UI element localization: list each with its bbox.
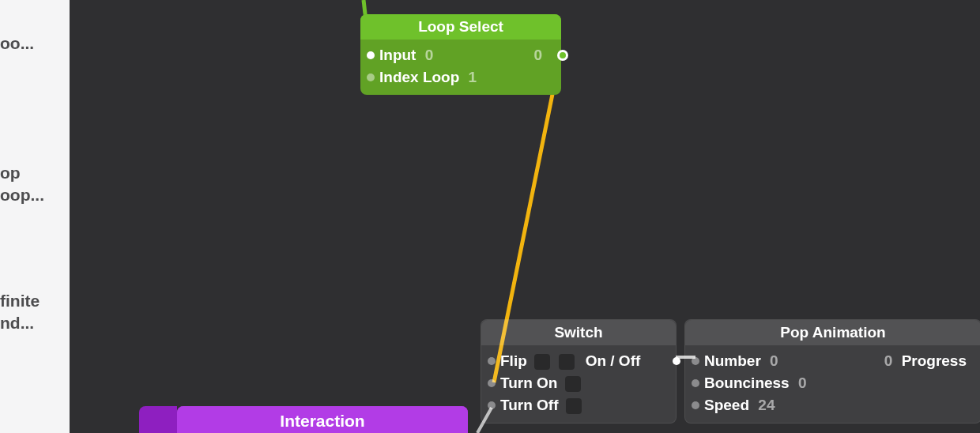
value-checkbox[interactable] <box>565 376 581 392</box>
port-value[interactable]: 0 <box>770 352 778 369</box>
value-checkbox[interactable] <box>534 354 550 370</box>
node-side-tab[interactable] <box>139 406 177 433</box>
node-interaction[interactable]: Interaction <box>177 406 468 433</box>
node-loop-select[interactable]: Loop Select Input 0 0 Index Loop 1 <box>360 14 561 95</box>
port-in-icon[interactable] <box>367 73 375 81</box>
port-in-icon[interactable] <box>692 357 699 365</box>
port-label: Bounciness <box>704 375 790 391</box>
node-title: Loop Select <box>360 14 561 40</box>
port-label: Speed <box>704 397 749 413</box>
port-label: On / Off <box>586 352 641 369</box>
node-title: Interaction <box>177 406 468 433</box>
node-switch[interactable]: Switch Flip On / Off Turn On Turn Off <box>481 319 677 424</box>
port-in-icon[interactable] <box>488 357 496 365</box>
value-checkbox[interactable] <box>559 354 575 370</box>
port-in-icon[interactable] <box>692 401 699 409</box>
port-value[interactable]: 0 <box>798 375 807 391</box>
sidebar-item[interactable]: oop... <box>0 185 70 205</box>
port-in-icon[interactable] <box>367 51 375 59</box>
sidebar-item[interactable]: op <box>0 163 70 183</box>
port-label: Turn Off <box>500 397 559 413</box>
port-in-icon[interactable] <box>488 401 496 409</box>
port-label: Number <box>704 352 761 369</box>
port-in-icon[interactable] <box>692 379 699 387</box>
port-out-icon[interactable] <box>557 50 568 61</box>
sidebar-item[interactable]: oo... <box>0 33 70 54</box>
port-value[interactable]: 0 <box>425 47 434 63</box>
node-title: Pop Animation <box>685 320 980 345</box>
port-out-value: 0 <box>533 47 542 63</box>
node-title: Switch <box>481 320 676 345</box>
patch-library-fragment: oo... op oop... finite nd... <box>0 0 70 433</box>
input-port-number[interactable]: Number 0 0 Progress <box>685 350 980 372</box>
port-out-value: 0 <box>884 352 893 369</box>
input-port-turn-on[interactable]: Turn On <box>481 372 676 394</box>
port-value[interactable]: 24 <box>758 397 775 413</box>
port-in-icon[interactable] <box>488 379 496 387</box>
port-label: Progress <box>902 352 967 369</box>
port-label: Turn On <box>500 375 557 391</box>
node-pop-animation[interactable]: Pop Animation Number 0 0 Progress Bounci… <box>684 319 980 424</box>
canvas[interactable]: { "sidebar": { "i0": "oo...", "i1": "op"… <box>0 0 980 433</box>
sidebar-item[interactable]: nd... <box>0 313 70 333</box>
input-port-speed[interactable]: Speed 24 <box>685 394 980 416</box>
port-label: Index Loop <box>379 69 459 85</box>
input-port-index-loop[interactable]: Index Loop 1 <box>360 66 561 88</box>
input-port-turn-off[interactable]: Turn Off <box>481 394 676 416</box>
sidebar-item[interactable]: finite <box>0 291 70 311</box>
port-value[interactable]: 1 <box>469 69 477 85</box>
input-port-flip[interactable]: Flip On / Off <box>481 350 676 372</box>
input-port-input[interactable]: Input 0 0 <box>360 44 561 66</box>
port-label: Input <box>379 47 416 63</box>
input-port-bounciness[interactable]: Bounciness 0 <box>685 372 980 394</box>
value-checkbox[interactable] <box>566 398 582 414</box>
port-label: Flip <box>500 352 527 369</box>
port-out-icon[interactable] <box>673 357 680 365</box>
